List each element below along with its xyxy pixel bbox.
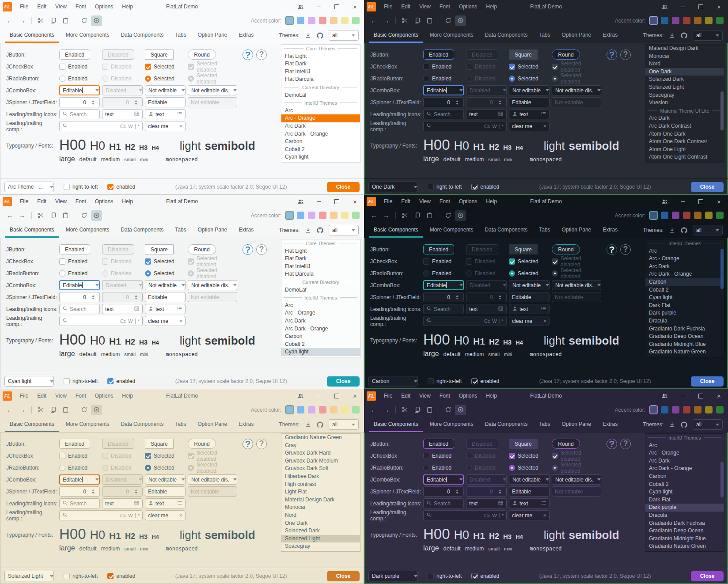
tab-extras[interactable]: Extras — [598, 417, 622, 432]
github-icon[interactable] — [681, 227, 687, 234]
jbutton-square[interactable]: Square — [145, 49, 174, 60]
tab-basic-components[interactable]: Basic Components — [5, 28, 59, 43]
theme-item-gradianto-midnight-blue[interactable]: Gradianto Midnight Blue — [645, 535, 724, 543]
menu-options[interactable]: Options — [455, 198, 482, 205]
spinner-arrows[interactable] — [454, 100, 461, 105]
search-options-field[interactable]: CcW* — [423, 316, 507, 326]
tab-extras[interactable]: Extras — [598, 28, 622, 43]
theme-item-arc-orange[interactable]: Arc - Orange — [281, 309, 360, 317]
combobox-editable[interactable]: Editable — [59, 280, 100, 290]
minimize-button[interactable] — [674, 389, 692, 402]
accent-swatch-3[interactable] — [308, 17, 315, 24]
theme-item-vuesion[interactable]: Vuesion — [645, 99, 724, 107]
download-icon[interactable] — [669, 227, 675, 234]
close-button[interactable]: Close — [691, 182, 724, 192]
help-outline-button[interactable]: ? — [256, 49, 267, 60]
theme-item-gradianto-nature-green[interactable]: Gradianto Nature Green — [645, 348, 724, 356]
clearable-field[interactable]: clear me× — [509, 121, 550, 131]
checkbox-enabled[interactable] — [423, 453, 429, 459]
calendar-field[interactable]: text — [102, 109, 143, 119]
menu-edit[interactable]: Edit — [33, 4, 51, 10]
cut-icon[interactable] — [35, 210, 46, 221]
theme-item-cobalt-2[interactable]: Cobalt 2 — [645, 286, 724, 294]
radio-enabled[interactable] — [59, 270, 65, 277]
combobox-editable[interactable]: Editable — [59, 474, 100, 485]
jbutton-square[interactable]: Square — [509, 49, 538, 60]
jbutton-enabled[interactable]: Enabled — [59, 439, 90, 449]
maximize-button[interactable] — [692, 0, 710, 13]
regex-toggle[interactable]: * — [138, 319, 140, 324]
users-icon[interactable] — [292, 195, 310, 208]
accent-swatch-1[interactable] — [650, 17, 657, 24]
combobox-editable[interactable]: Editable — [423, 280, 464, 290]
theme-item-gradianto-midnight-blue[interactable]: Gradianto Midnight Blue — [645, 341, 724, 349]
textfield-editable[interactable]: Editable — [145, 292, 186, 302]
minimize-button[interactable] — [310, 389, 328, 402]
tab-option-pane[interactable]: Option Pane — [193, 28, 232, 43]
theme-item-cobalt-2[interactable]: Cobalt 2 — [645, 481, 724, 489]
menu-help[interactable]: Help — [482, 198, 501, 205]
cut-icon[interactable] — [35, 405, 46, 415]
theme-item-cyan-light[interactable]: Cyan light — [281, 153, 360, 161]
menu-help[interactable]: Help — [118, 198, 137, 205]
copy-icon[interactable] — [412, 210, 423, 221]
menu-font[interactable]: Font — [435, 4, 455, 10]
theme-item-flat-intellij[interactable]: Flat IntelliJ — [281, 68, 360, 76]
tab-option-pane[interactable]: Option Pane — [557, 28, 596, 43]
calendar-field[interactable]: text — [466, 109, 507, 119]
calendar-field[interactable]: text — [102, 304, 143, 314]
spinner-field[interactable]: 0 — [59, 292, 100, 302]
radio-disabled[interactable] — [466, 76, 472, 82]
match-case-toggle[interactable]: Cc — [120, 319, 126, 324]
menu-options[interactable]: Options — [91, 393, 118, 399]
help-outline-button[interactable]: ? — [256, 439, 267, 449]
combobox-disabled[interactable]: Disabled — [466, 280, 507, 290]
menu-view[interactable]: View — [51, 4, 71, 10]
maximize-button[interactable] — [692, 389, 710, 402]
paste-icon[interactable] — [60, 15, 71, 26]
theme-item-atom-one-light[interactable]: Atom One Light — [645, 146, 724, 154]
theme-item-arc-orange[interactable]: Arc - Orange — [645, 255, 724, 263]
checkbox-disabled[interactable] — [466, 258, 472, 265]
download-icon[interactable] — [669, 32, 675, 39]
menu-help[interactable]: Help — [118, 393, 137, 399]
theme-item-cyan-light[interactable]: Cyan light — [645, 488, 724, 496]
theme-item-gradianto-dark-fuchsia[interactable]: Gradianto Dark Fuchsia — [645, 325, 724, 333]
theme-item-hiberbee-dark[interactable]: Hiberbee Dark — [281, 473, 360, 481]
cut-icon[interactable] — [399, 15, 410, 26]
combobox-disabled[interactable]: Disabled — [466, 474, 507, 485]
accent-swatch-1[interactable] — [650, 406, 657, 413]
person-field[interactable]: text — [509, 109, 550, 119]
jbutton-square[interactable]: Square — [509, 439, 538, 449]
right-to-left-checkbox[interactable] — [64, 184, 70, 190]
theme-item-dracula[interactable]: Dracula — [645, 317, 724, 325]
tab-basic-components[interactable]: Basic Components — [369, 417, 423, 432]
back-icon[interactable]: ← — [4, 15, 15, 26]
theme-item-arc-dark[interactable]: Arc Dark — [281, 122, 360, 130]
combobox-disabled[interactable]: Disabled — [102, 85, 143, 95]
download-icon[interactable] — [305, 227, 311, 234]
textfield-editable[interactable]: Editable — [509, 97, 550, 107]
close-button[interactable]: Close — [327, 571, 360, 581]
tab-data-components[interactable]: Data Components — [116, 223, 168, 238]
menu-help[interactable]: Help — [482, 4, 501, 10]
menu-options[interactable]: Options — [455, 4, 482, 10]
whole-word-toggle[interactable]: W — [492, 319, 497, 324]
theme-item-arc-dark[interactable]: Arc Dark — [645, 263, 724, 271]
theme-combobox[interactable]: Carbon — [368, 376, 418, 387]
checkbox-selected[interactable] — [145, 64, 151, 70]
search-options-field[interactable]: CcW* — [423, 510, 507, 520]
theme-item-arc[interactable]: Arc — [281, 302, 360, 310]
spinner-arrows[interactable] — [133, 100, 140, 105]
search-field[interactable]: Search — [423, 304, 464, 314]
combobox-not-editable[interactable]: Not editable — [145, 280, 186, 290]
menu-options[interactable]: Options — [91, 4, 118, 10]
menu-edit[interactable]: Edit — [33, 198, 51, 205]
search-options-field[interactable]: CcW* — [59, 510, 143, 520]
menu-help[interactable]: Help — [482, 393, 501, 399]
checkbox-enabled[interactable] — [423, 258, 429, 265]
clearable-field[interactable]: clear me× — [509, 510, 550, 520]
spinner-field[interactable]: 0 — [59, 97, 100, 107]
accent-swatch-5[interactable] — [694, 406, 701, 413]
accent-swatch-3[interactable] — [672, 17, 679, 24]
